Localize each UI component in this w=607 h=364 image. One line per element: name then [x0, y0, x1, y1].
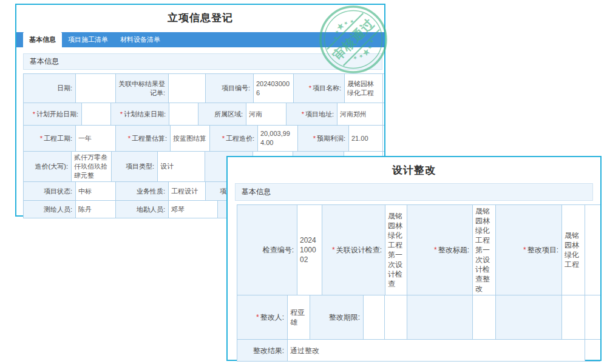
panel-design-rectification: 设计整改 基本信息 检查编号:2024100002*关联设计检查:晟铭园林绿化工… [226, 156, 602, 361]
field-value [385, 295, 407, 339]
field-value: 工程设计 [169, 182, 206, 200]
required-asterisk: * [120, 110, 123, 118]
section-header: 基本信息 [235, 183, 593, 201]
field-label: 整改结果: [237, 340, 288, 361]
table-row: *计划开始日期:*计划结束日期:所属区域:河南*项目地址:河南郑州 [23, 103, 384, 125]
page-title: 设计整改 [228, 164, 600, 177]
field-value [562, 295, 585, 339]
approval-stamp-icon: 审核通过 ★ ★ ★ ★ ★ ★ ★ ★ ★ ★ [318, 4, 388, 75]
table-row: *整改人:程亚雄整改期限: [237, 295, 600, 339]
required-asterisk: * [222, 135, 225, 142]
table-row: *工程工期:一年*工程量估算:按蓝图结算*工程造价:20,003,994.00*… [23, 125, 384, 151]
field-label: 项目状态: [24, 182, 76, 200]
tab-1[interactable]: 项目施工清单 [62, 32, 114, 47]
field-label: *项目地址: [287, 103, 337, 125]
required-asterisk: * [434, 246, 437, 254]
required-asterisk: * [332, 246, 335, 254]
field-label: *预期利润: [298, 126, 349, 151]
section-title: 基本信息 [30, 57, 59, 66]
field-label: *工程造价: [210, 126, 258, 151]
field-label: 整改期限: [310, 295, 364, 339]
field-label: 日期: [24, 74, 76, 103]
tab-0[interactable]: 基本信息 [23, 32, 62, 47]
field-label: 造价(大写): [24, 152, 72, 181]
field-value [473, 295, 496, 339]
field-value: 2024030006 [254, 74, 294, 103]
required-asterisk: * [33, 110, 35, 118]
field-value: 20,003,994.00 [258, 126, 298, 151]
field-label: *整改人: [237, 295, 288, 339]
field-value: 贰仟万零叁仟玖佰玖拾肆元整 [72, 152, 112, 181]
field-value: 晟铭园林绿化工程 [562, 205, 585, 295]
table-row: 日期:关联中标结果登记单:项目编号:2024030006*项目名称:晟铭园林绿化… [23, 73, 384, 103]
form-table: 检查编号:2024100002*关联设计检查:晟铭园林绿化工程第一次设计检查*整… [237, 204, 600, 362]
field-label: *计划开始日期: [24, 103, 82, 125]
field-value [364, 295, 385, 339]
field-label: 所属区域: [198, 103, 246, 125]
required-asterisk: * [313, 135, 316, 142]
field-value: 晟铭园林绿化工程第一次设计检查 [385, 205, 407, 295]
svg-text:★: ★ [348, 18, 355, 25]
field-value: 21.00 [349, 126, 383, 151]
field-value [82, 103, 111, 125]
table-row: 检查编号:2024100002*关联设计检查:晟铭园林绿化工程第一次设计检查*整… [237, 204, 600, 295]
field-label: *项目名称: [294, 74, 345, 103]
field-label: 检查编号: [237, 205, 297, 295]
field-value: 河南郑州 [337, 103, 383, 125]
field-label: 测绘人员: [24, 201, 76, 218]
field-value: 河南 [246, 103, 287, 125]
required-asterisk: * [40, 135, 42, 142]
field-value: 陈丹 [76, 201, 116, 218]
field-label: *关联设计检查: [322, 205, 385, 295]
svg-text:★: ★ [332, 35, 339, 41]
field-label: *工程工期: [24, 126, 76, 151]
field-label: *工程量估算: [116, 126, 171, 151]
field-value: 通过整改 [288, 340, 585, 361]
required-asterisk: * [128, 135, 131, 142]
field-label [496, 295, 562, 339]
section-title: 基本信息 [242, 187, 271, 196]
field-value: 一年 [76, 126, 116, 151]
field-value [76, 74, 116, 103]
required-asterisk: * [523, 246, 526, 254]
field-label: 项目类型: [112, 152, 158, 181]
field-value: 晟铭园林绿化工程第一次设计检查整改 [473, 205, 496, 295]
field-label: 项目编号: [206, 74, 254, 103]
field-label: *整改项目: [496, 205, 562, 295]
field-label: *计划结束日期: [111, 103, 169, 125]
field-value: 设计 [158, 152, 205, 181]
required-asterisk: * [256, 313, 259, 322]
field-value [169, 103, 198, 125]
field-value: 程亚雄 [288, 295, 310, 339]
field-value: 按蓝图结算 [171, 126, 210, 151]
table-row: 整改结果:通过整改 [237, 339, 600, 362]
required-asterisk: * [302, 110, 304, 118]
field-value [169, 74, 206, 103]
field-label: *整改标题: [407, 205, 473, 295]
tab-2[interactable]: 材料设备清单 [114, 32, 166, 47]
field-label [407, 295, 473, 339]
field-value: 2024100002 [297, 205, 322, 295]
field-label: 关联中标结果登记单: [116, 74, 169, 103]
field-value: 邓琴 [169, 201, 218, 218]
field-value: 晟铭园林绿化工程 [345, 74, 383, 103]
field-label: 地勘人员: [116, 201, 169, 218]
field-value: 中标 [76, 182, 116, 200]
required-asterisk: * [309, 84, 311, 92]
field-label: 业务性质: [116, 182, 169, 200]
